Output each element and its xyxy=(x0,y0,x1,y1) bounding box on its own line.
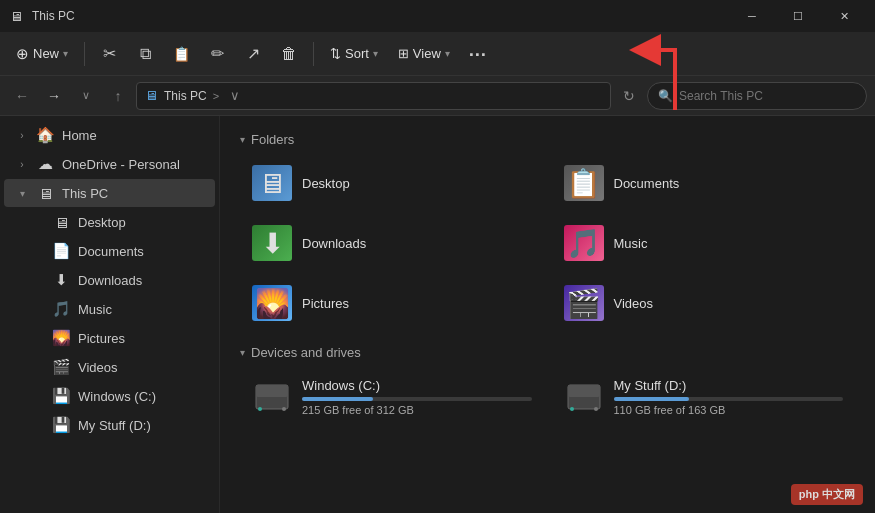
recent-button[interactable]: ∨ xyxy=(72,82,100,110)
share-button[interactable]: ↗ xyxy=(237,38,269,70)
sort-button[interactable]: ⇅ Sort ▾ xyxy=(322,38,386,70)
titlebar: 🖥 This PC ─ ☐ ✕ xyxy=(0,0,875,32)
cut-button[interactable]: ✂ xyxy=(93,38,125,70)
address-box[interactable]: 🖥 This PC > ∨ xyxy=(136,82,611,110)
search-input[interactable] xyxy=(679,89,856,103)
sidebar-icon-mystuff: 💾 xyxy=(52,416,70,434)
drive-icon xyxy=(252,379,292,415)
drive-info-my-stuff--d--: My Stuff (D:)110 GB free of 163 GB xyxy=(614,378,844,416)
view-icon: ⊞ xyxy=(398,46,409,61)
drive-name: My Stuff (D:) xyxy=(614,378,844,393)
svg-point-2 xyxy=(258,407,262,411)
drive-icon xyxy=(564,379,604,415)
svg-rect-5 xyxy=(568,385,600,397)
folder-thumb-music: 🎵 xyxy=(564,225,604,261)
drives-label: Devices and drives xyxy=(251,345,361,360)
minimize-button[interactable]: ─ xyxy=(729,0,775,32)
sidebar-label-onedrive: OneDrive - Personal xyxy=(62,157,180,172)
sidebar-label-windows: Windows (C:) xyxy=(78,389,156,404)
expand-arrow-home: › xyxy=(16,130,28,141)
folder-item-downloads[interactable]: ⬇Downloads xyxy=(240,217,544,269)
search-box[interactable]: 🔍 xyxy=(647,82,867,110)
svg-point-3 xyxy=(282,407,286,411)
drives-chevron: ▾ xyxy=(240,347,245,358)
folder-item-videos[interactable]: 🎬Videos xyxy=(552,277,856,329)
sidebar-icon-pictures: 🌄 xyxy=(52,329,70,347)
sidebar-icon-windows: 💾 xyxy=(52,387,70,405)
drive-bar-fill xyxy=(302,397,373,401)
address-dropdown-button[interactable]: ∨ xyxy=(225,82,245,110)
forward-button[interactable]: → xyxy=(40,82,68,110)
sidebar-label-downloads: Downloads xyxy=(78,273,142,288)
sidebar-item-mystuff[interactable]: 💾My Stuff (D:) xyxy=(4,411,215,439)
close-button[interactable]: ✕ xyxy=(821,0,867,32)
drive-bar-bg xyxy=(614,397,844,401)
window-controls: ─ ☐ ✕ xyxy=(729,0,867,32)
folder-name-desktop: Desktop xyxy=(302,176,350,191)
sidebar-icon-home: 🏠 xyxy=(36,126,54,144)
toolbar-separator xyxy=(84,42,85,66)
folders-grid: 🖥Desktop📋Documents⬇Downloads🎵Music🌄Pictu… xyxy=(240,157,855,329)
folder-thumb-desktop: 🖥 xyxy=(252,165,292,201)
back-button[interactable]: ← xyxy=(8,82,36,110)
refresh-button[interactable]: ↻ xyxy=(615,82,643,110)
view-button[interactable]: ⊞ View ▾ xyxy=(390,38,458,70)
delete-button[interactable]: 🗑 xyxy=(273,38,305,70)
sidebar-label-desktop: Desktop xyxy=(78,215,126,230)
drives-section-header: ▾ Devices and drives xyxy=(240,345,855,360)
copy-button[interactable]: ⧉ xyxy=(129,38,161,70)
folders-section-header: ▾ Folders xyxy=(240,132,855,147)
sidebar-item-music[interactable]: 🎵Music xyxy=(4,295,215,323)
drive-item-windows--c--[interactable]: Windows (C:)215 GB free of 312 GB xyxy=(240,370,544,424)
folder-thumb-videos: 🎬 xyxy=(564,285,604,321)
folder-item-music[interactable]: 🎵Music xyxy=(552,217,856,269)
folder-name-documents: Documents xyxy=(614,176,680,191)
folder-item-pictures[interactable]: 🌄Pictures xyxy=(240,277,544,329)
sidebar-item-videos[interactable]: 🎬Videos xyxy=(4,353,215,381)
folder-item-documents[interactable]: 📋Documents xyxy=(552,157,856,209)
rename-button[interactable]: ✏ xyxy=(201,38,233,70)
drive-item-my-stuff--d--[interactable]: My Stuff (D:)110 GB free of 163 GB xyxy=(552,370,856,424)
drive-free-text: 215 GB free of 312 GB xyxy=(302,404,532,416)
folders-label: Folders xyxy=(251,132,294,147)
sidebar-item-home[interactable]: ›🏠Home xyxy=(4,121,215,149)
svg-rect-1 xyxy=(256,385,288,397)
sidebar-icon-documents: 📄 xyxy=(52,242,70,260)
up-button[interactable]: ↑ xyxy=(104,82,132,110)
sidebar-icon-desktop: 🖥 xyxy=(52,213,70,231)
svg-point-6 xyxy=(570,407,574,411)
drive-free-text: 110 GB free of 163 GB xyxy=(614,404,844,416)
drive-name: Windows (C:) xyxy=(302,378,532,393)
sidebar-item-desktop[interactable]: 🖥Desktop xyxy=(4,208,215,236)
sidebar-label-mystuff: My Stuff (D:) xyxy=(78,418,151,433)
sidebar-item-windows[interactable]: 💾Windows (C:) xyxy=(4,382,215,410)
new-button[interactable]: ⊕ New ▾ xyxy=(8,38,76,70)
paste-button[interactable]: 📋 xyxy=(165,38,197,70)
folder-thumb-downloads: ⬇ xyxy=(252,225,292,261)
sidebar-item-thispc[interactable]: ▾🖥This PC xyxy=(4,179,215,207)
address-path: This PC xyxy=(164,89,207,103)
sidebar-item-documents[interactable]: 📄Documents xyxy=(4,237,215,265)
sort-dropdown-icon: ▾ xyxy=(373,48,378,59)
more-button[interactable]: ⋯ xyxy=(462,38,494,70)
sidebar-item-pictures[interactable]: 🌄Pictures xyxy=(4,324,215,352)
folder-item-desktop[interactable]: 🖥Desktop xyxy=(240,157,544,209)
maximize-button[interactable]: ☐ xyxy=(775,0,821,32)
sidebar-item-onedrive[interactable]: ›☁OneDrive - Personal xyxy=(4,150,215,178)
drive-bar-fill xyxy=(614,397,690,401)
folders-chevron: ▾ xyxy=(240,134,245,145)
drives-grid: Windows (C:)215 GB free of 312 GB My Stu… xyxy=(240,370,855,424)
sidebar-label-documents: Documents xyxy=(78,244,144,259)
view-dropdown-icon: ▾ xyxy=(445,48,450,59)
addressbar: ← → ∨ ↑ 🖥 This PC > ∨ ↻ 🔍 xyxy=(0,76,875,116)
new-label: New xyxy=(33,46,59,61)
sidebar-icon-music: 🎵 xyxy=(52,300,70,318)
content-area: ▾ Folders 🖥Desktop📋Documents⬇Downloads🎵M… xyxy=(220,116,875,513)
sidebar-item-downloads[interactable]: ⬇Downloads xyxy=(4,266,215,294)
sidebar-icon-thispc: 🖥 xyxy=(36,184,54,202)
folder-thumb-pictures: 🌄 xyxy=(252,285,292,321)
sidebar-label-thispc: This PC xyxy=(62,186,108,201)
folder-thumb-documents: 📋 xyxy=(564,165,604,201)
sort-label: Sort xyxy=(345,46,369,61)
drive-info-windows--c--: Windows (C:)215 GB free of 312 GB xyxy=(302,378,532,416)
